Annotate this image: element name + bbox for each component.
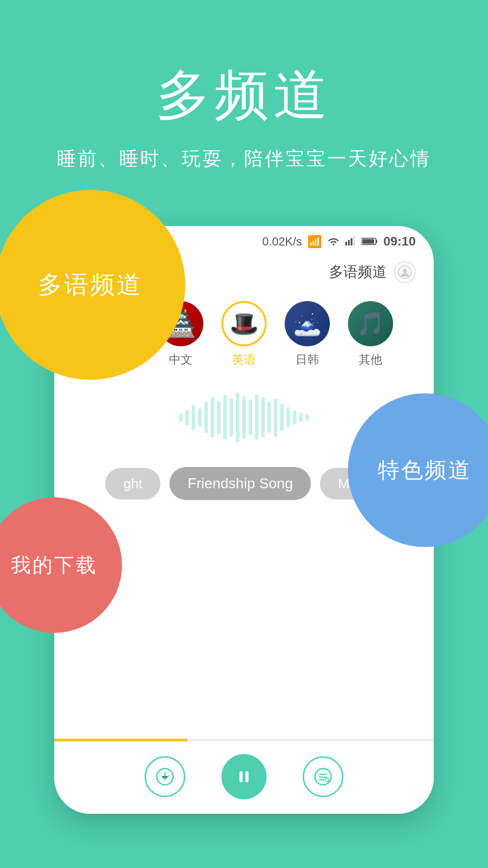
wave-bar [192, 405, 195, 430]
svg-rect-0 [345, 242, 347, 245]
channel-label-japanese: 日韩 [296, 352, 319, 368]
svg-rect-1 [348, 240, 350, 245]
wave-bar [230, 398, 233, 437]
wave-bar [249, 399, 252, 435]
fuji-icon: 🗻 [293, 311, 321, 337]
user-avatar[interactable] [394, 261, 416, 283]
download-button[interactable] [145, 756, 185, 797]
subtitle: 睡前、睡时、玩耍，陪伴宝宝一天好心情 [0, 146, 488, 171]
svg-rect-11 [245, 771, 249, 782]
progress-bar-container [54, 739, 434, 741]
channel-other[interactable]: 🎵 其他 [348, 301, 393, 368]
svg-rect-2 [351, 238, 352, 245]
song-pill-left[interactable]: ght [105, 468, 160, 500]
wave-bar [236, 392, 239, 442]
svg-rect-5 [376, 240, 377, 243]
network-speed: 0.02K/s [262, 235, 302, 249]
battery-icon [361, 235, 378, 249]
song-pill-center[interactable]: Friendship Song [169, 467, 311, 500]
playlist-button[interactable] [303, 756, 343, 797]
svg-rect-3 [353, 236, 355, 245]
waveform [179, 390, 309, 444]
svg-point-16 [325, 778, 329, 782]
wave-bar [299, 413, 303, 422]
music-note-icon: 🎵 [357, 311, 385, 337]
wave-bar [179, 413, 183, 422]
wave-bar [198, 408, 202, 426]
circle-red-label: 我的下载 [11, 552, 98, 579]
wifi-icon [327, 235, 340, 249]
time-display: 09:10 [383, 234, 416, 249]
wave-bar [211, 397, 214, 438]
wave-bar [305, 414, 309, 421]
player-controls [54, 744, 434, 814]
wave-bar [242, 396, 246, 439]
wave-bar [255, 395, 258, 440]
svg-rect-6 [362, 239, 374, 244]
wave-bar [267, 401, 271, 433]
header-section: 多频道 睡前、睡时、玩耍，陪伴宝宝一天好心情 [0, 0, 488, 171]
channel-icon-japanese: 🗻 [285, 301, 330, 346]
svg-point-8 [403, 269, 407, 273]
circle-blue-label: 特色频道 [378, 456, 472, 485]
wave-bar [223, 395, 227, 440]
circle-yellow-label: 多语频道 [38, 269, 143, 302]
channel-label-other: 其他 [359, 352, 382, 368]
channel-label-english: 英语 [232, 352, 256, 368]
wave-bar [286, 407, 290, 428]
signal-icon: 📶 [307, 235, 322, 249]
channel-label-chinese: 中文 [169, 352, 192, 368]
wave-bar [274, 398, 277, 437]
channel-english[interactable]: 🎩 英语 [221, 301, 267, 368]
wave-bar [204, 401, 208, 433]
wave-bar [280, 404, 284, 431]
circle-multilang: 多语频道 [0, 190, 185, 380]
panda-icon: 🎩 [230, 310, 259, 338]
wave-bar [185, 410, 189, 425]
wave-bar [261, 397, 265, 438]
wave-bar [217, 401, 221, 434]
main-title: 多频道 [0, 59, 488, 132]
progress-fill [54, 739, 187, 741]
channel-icon-other: 🎵 [348, 301, 393, 346]
wave-bar [293, 410, 296, 424]
channel-icon-english: 🎩 [221, 301, 267, 346]
app-header-title: 多语频道 [329, 262, 387, 282]
pause-button[interactable] [221, 754, 267, 799]
signal-bars-icon [345, 235, 356, 249]
channel-japanese[interactable]: 🗻 日韩 [285, 301, 330, 368]
svg-rect-10 [239, 771, 243, 782]
